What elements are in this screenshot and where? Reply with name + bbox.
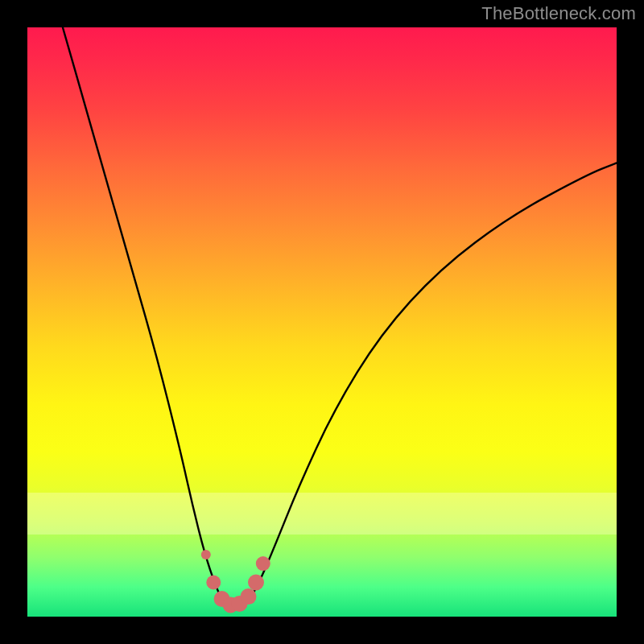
marker-point [241, 588, 257, 605]
marker-group [201, 550, 270, 613]
watermark-text: TheBottleneck.com [481, 3, 636, 24]
curve-layer [27, 27, 617, 617]
outer-frame: TheBottleneck.com [0, 0, 644, 644]
bottleneck-curve-path [63, 27, 617, 607]
marker-point [248, 575, 264, 591]
marker-point [201, 550, 211, 559]
marker-point [206, 576, 221, 590]
plot-area [27, 27, 617, 617]
marker-point [256, 556, 270, 571]
